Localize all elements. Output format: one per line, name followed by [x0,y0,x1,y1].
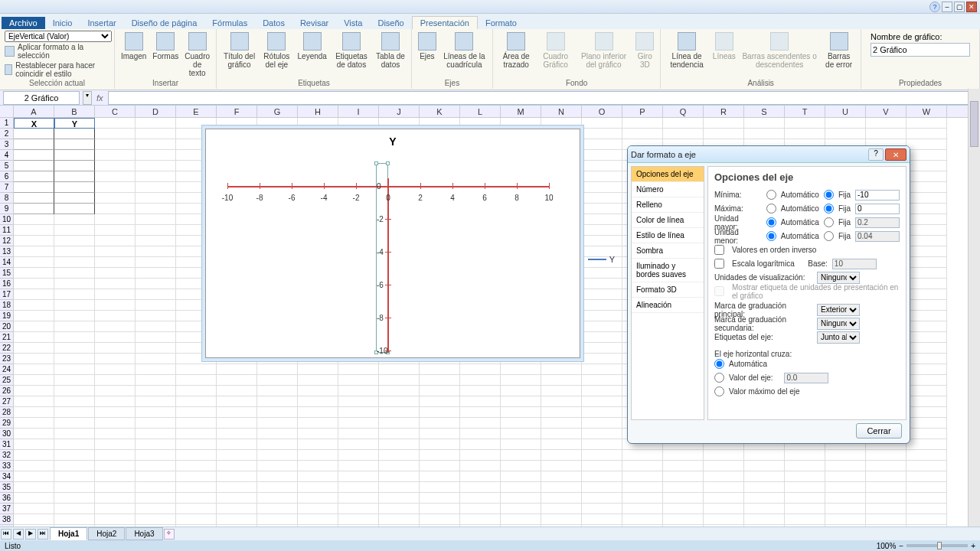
cell-E31[interactable] [176,439,217,450]
cell-M33[interactable] [501,461,541,471]
display-units-select[interactable]: Ninguno [817,272,860,284]
cell-W12[interactable] [906,236,947,246]
cell-A4[interactable] [14,150,54,161]
col-header-B[interactable]: B [54,106,95,117]
cell-C5[interactable] [95,161,136,171]
cell-N35[interactable] [541,482,582,493]
cell-A34[interactable] [14,471,54,482]
cell-O26[interactable] [582,386,622,396]
cell-V34[interactable] [866,471,906,482]
cell-R2[interactable] [704,129,744,139]
cell-D8[interactable] [136,193,176,204]
cell-T33[interactable] [785,461,825,471]
menu-insertar[interactable]: Insertar [80,17,123,29]
cell-D22[interactable] [136,343,176,354]
cell-M31[interactable] [501,439,541,450]
cell-N28[interactable] [541,407,582,418]
cell-C34[interactable] [95,471,136,482]
cell-A25[interactable] [14,375,54,386]
cell-C6[interactable] [95,171,136,182]
cell-B14[interactable] [54,257,95,268]
cell-F28[interactable] [217,407,257,418]
cell-I28[interactable] [338,407,379,418]
cell-L30[interactable] [460,429,501,439]
cell-G26[interactable] [257,386,298,396]
row-header-12[interactable]: 12 [0,236,14,246]
cell-W16[interactable] [906,279,947,289]
cell-L31[interactable] [460,439,501,450]
cell-L37[interactable] [460,504,501,514]
scrollbar-thumb[interactable] [970,101,978,147]
selection-dropdown[interactable]: EjeVertical (Valor) [5,31,112,42]
dialog-side-formato-3d[interactable]: Formato 3D [632,282,704,298]
cell-S34[interactable] [744,471,785,482]
cell-N33[interactable] [541,461,582,471]
cell-A27[interactable] [14,396,54,407]
cell-M24[interactable] [501,364,541,375]
cell-A11[interactable] [14,225,54,236]
cell-M34[interactable] [501,471,541,482]
sheet-nav-prev[interactable]: ◀ [13,529,24,540]
row-header-29[interactable]: 29 [0,418,14,429]
cell-W17[interactable] [906,289,947,300]
textbox-button[interactable]: Cuadro de texto [183,31,211,79]
cell-H1[interactable] [298,118,338,129]
cell-O8[interactable] [582,193,622,204]
cell-C25[interactable] [95,375,136,386]
cell-O37[interactable] [582,504,622,514]
cell-C27[interactable] [95,396,136,407]
cell-G34[interactable] [257,471,298,482]
cell-W6[interactable] [906,171,947,182]
cell-E30[interactable] [176,429,217,439]
cell-P2[interactable] [622,129,663,139]
cell-W35[interactable] [906,482,947,493]
cell-D34[interactable] [136,471,176,482]
cell-B38[interactable] [54,514,95,525]
namebox-dropdown[interactable]: ▾ [83,91,92,105]
cell-R33[interactable] [704,461,744,471]
cell-A36[interactable] [14,493,54,504]
plot-area[interactable]: -10-8-6-4-20246810 0-2-4-6-8-10 Y [220,155,566,354]
sheet-nav-first[interactable]: ⏮ [1,529,11,540]
cell-T2[interactable] [785,129,825,139]
cell-H38[interactable] [298,514,338,525]
cell-P34[interactable] [622,471,663,482]
cell-C24[interactable] [95,364,136,375]
cell-D18[interactable] [136,300,176,311]
cell-P33[interactable] [622,461,663,471]
cell-M29[interactable] [501,418,541,429]
cell-G38[interactable] [257,514,298,525]
cell-M25[interactable] [501,375,541,386]
cell-W4[interactable] [906,150,947,161]
menu-presentacion[interactable]: Presentación [412,16,478,29]
lines-button[interactable]: Líneas [711,31,737,70]
cell-C33[interactable] [95,461,136,471]
row-header-25[interactable]: 25 [0,375,14,386]
cell-Q38[interactable] [663,514,704,525]
col-header-Q[interactable]: Q [663,106,704,117]
cell-B2[interactable] [54,129,95,139]
cell-Q2[interactable] [663,129,704,139]
cell-B3[interactable] [54,139,95,150]
cell-G27[interactable] [257,396,298,407]
cell-F34[interactable] [217,471,257,482]
dialog-close-button[interactable]: ✕ [885,148,906,161]
cell-B6[interactable] [54,171,95,182]
cell-K1[interactable] [420,118,460,129]
cell-H24[interactable] [298,364,338,375]
cell-W3[interactable] [906,139,947,150]
cell-S1[interactable] [744,118,785,129]
axis-titles-button[interactable]: Rótulos del eje [260,31,292,70]
minor-auto-radio[interactable] [766,231,776,241]
cell-H35[interactable] [298,482,338,493]
cell-I32[interactable] [338,450,379,461]
cell-K31[interactable] [420,439,460,450]
cell-O12[interactable] [582,236,622,246]
cell-O25[interactable] [582,375,622,386]
cell-D9[interactable] [136,204,176,214]
cell-T38[interactable] [785,514,825,525]
cell-A8[interactable] [14,193,54,204]
cell-W14[interactable] [906,257,947,268]
cross-value-radio[interactable] [714,373,724,383]
cell-D14[interactable] [136,257,176,268]
